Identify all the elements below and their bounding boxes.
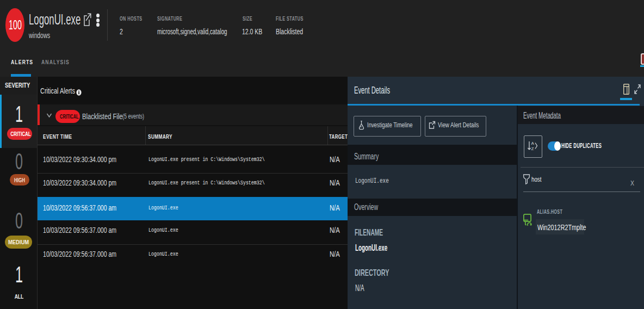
- svg-text:A: A: [531, 141, 535, 146]
- svg-text:Z: Z: [531, 146, 534, 151]
